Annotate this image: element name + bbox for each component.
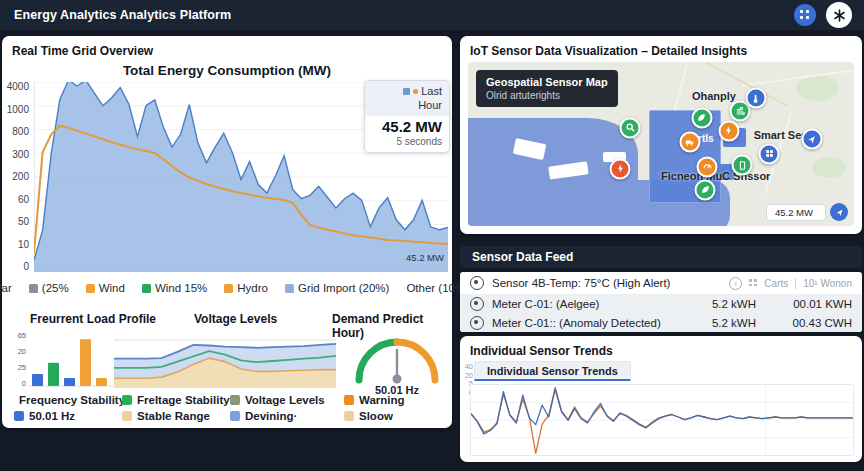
meter-icon bbox=[470, 316, 484, 330]
info-icon[interactable]: i bbox=[729, 277, 742, 290]
legend-label: Solar bbox=[0, 282, 12, 294]
legend-item[interactable]: Wind 15% bbox=[142, 282, 207, 294]
leaf-marker[interactable] bbox=[691, 107, 712, 128]
axis-tick: 800 bbox=[12, 127, 29, 137]
axis-tick: 200 bbox=[12, 172, 29, 182]
legend-item[interactable]: 50.01 Hz bbox=[14, 410, 122, 422]
meter-icon bbox=[470, 297, 484, 311]
voltage-levels-title: Voltage Levels bbox=[194, 312, 277, 326]
legend-item[interactable]: Stable Range bbox=[122, 410, 230, 422]
map-park bbox=[812, 157, 847, 178]
legend-swatch bbox=[230, 395, 240, 405]
overlay-subtitle: Olrid artuterights bbox=[486, 90, 608, 101]
orange-dot-icon bbox=[413, 89, 418, 94]
truck-marker[interactable] bbox=[679, 132, 700, 153]
map-label: Smart Sed bbox=[754, 129, 808, 141]
current-value-annotation: 45.2 MW bbox=[406, 252, 444, 263]
top-bar: Energy Analytics Analytics Platform bbox=[0, 0, 864, 30]
map-mw-readout[interactable]: 45.2 MW bbox=[766, 204, 826, 221]
grid-overview-panel: Real Time Grid Overview Total Energy Con… bbox=[2, 36, 452, 428]
legend-swatch bbox=[122, 411, 132, 421]
axis-tick: 0 bbox=[22, 380, 26, 388]
legend-label: (25% bbox=[42, 282, 69, 294]
legend-swatch bbox=[142, 284, 151, 293]
legend-item[interactable]: Grid Import (20%) bbox=[285, 282, 389, 294]
legend-swatch bbox=[344, 411, 354, 421]
legend-item[interactable]: Devining· bbox=[230, 410, 344, 422]
legend-item[interactable]: Frequency Stability bbox=[14, 394, 122, 406]
badge-window-1: Last bbox=[421, 85, 442, 99]
tab-individual-sensor-trends[interactable]: Individual Sensor Trends bbox=[474, 361, 631, 381]
legend-item[interactable]: Wind bbox=[86, 282, 125, 294]
divider bbox=[795, 278, 796, 289]
app-title: Energy Analytics Analytics Platform bbox=[14, 8, 231, 22]
bottom-legend: Frequency StabilityFreltage StabilityVol… bbox=[14, 394, 405, 422]
feed-row-label: Meter C-01:: (Anomaly Detected) bbox=[492, 317, 661, 329]
search-marker[interactable] bbox=[620, 117, 641, 138]
bar-chart-y-axis: 6520250 bbox=[8, 332, 29, 388]
thermo-marker[interactable] bbox=[745, 88, 766, 109]
axis-tick: 60 bbox=[18, 195, 29, 205]
feed-row-meter-1[interactable]: Meter C-01: (Aelgee) 5.2 kWH 00.01 KWH bbox=[460, 294, 862, 313]
legend-label: Frequency Stability bbox=[19, 394, 125, 406]
feed-row-kwh: 5.2 kWH bbox=[670, 317, 756, 329]
bolt-marker[interactable] bbox=[610, 158, 631, 179]
legend-label: Freltage Stability bbox=[137, 394, 230, 406]
feed-row-high-alert[interactable]: Sensor 4B-Temp: 75°C (High Alert) i Cart… bbox=[460, 272, 862, 294]
legend-label: 50.01 Hz bbox=[29, 410, 75, 422]
legend-item[interactable]: Warning bbox=[344, 394, 405, 406]
legend-label: Voltage Levels bbox=[245, 394, 325, 406]
phone-marker[interactable] bbox=[732, 155, 753, 176]
axis-tick: 40 bbox=[465, 363, 473, 371]
legend-swatch bbox=[224, 284, 233, 293]
send-icon bbox=[835, 208, 844, 217]
axis-tick: 20 bbox=[18, 348, 26, 356]
legend-swatch bbox=[29, 284, 38, 293]
legend-label: Hydro bbox=[237, 282, 268, 294]
legend-swatch bbox=[14, 411, 24, 421]
axis-tick: 65 bbox=[18, 332, 26, 340]
grid-marker[interactable] bbox=[759, 143, 780, 164]
meter-marker[interactable] bbox=[697, 156, 718, 177]
legend-label: Sloow bbox=[359, 410, 393, 422]
feed-row-meter-2[interactable]: Meter C-01:: (Anomaly Detected) 5.2 kWH … bbox=[460, 313, 862, 332]
voltage-levels-chart[interactable] bbox=[114, 334, 336, 388]
feed-row-label: Sensor 4B-Temp: 75°C (High Alert) bbox=[492, 277, 670, 289]
sensor-map[interactable]: Geospatial Sensor Map Olrid artuterights… bbox=[468, 62, 854, 226]
left-panel-title: Real Time Grid Overview bbox=[2, 36, 452, 58]
legend-item[interactable]: Solar bbox=[0, 282, 12, 294]
bolt-marker[interactable] bbox=[718, 120, 739, 141]
dashboard: Energy Analytics Analytics Platform Real… bbox=[0, 0, 864, 471]
iot-panel-title: IoT Sensor Data Visualization – Detailed… bbox=[460, 36, 862, 58]
axis-tick: 4000 bbox=[7, 82, 29, 92]
sensor-icon bbox=[470, 276, 484, 290]
map-mw-control: 45.2 MW bbox=[766, 203, 848, 221]
legend-item[interactable]: Freltage Stability bbox=[122, 394, 230, 406]
sensor-trends-panel: Individual Sensor Trends Individual Sens… bbox=[460, 336, 862, 462]
leaf-marker[interactable] bbox=[695, 179, 716, 200]
demand-gauge[interactable]: 50.01 Hz bbox=[346, 326, 448, 398]
main-chart-title: Total Energy Consumption (MW) bbox=[2, 63, 452, 78]
send-button[interactable] bbox=[830, 203, 848, 221]
legend-swatch bbox=[230, 411, 240, 421]
legend-item[interactable]: Voltage Levels bbox=[230, 394, 344, 406]
axis-tick: 0 bbox=[23, 262, 29, 272]
axis-tick: 50 bbox=[18, 217, 29, 227]
load-profile-chart[interactable] bbox=[29, 332, 113, 388]
nav-marker[interactable] bbox=[801, 129, 822, 150]
asterisk-icon[interactable] bbox=[826, 2, 852, 28]
feed-meta-wonon: 10¹ Wonon bbox=[803, 278, 852, 289]
apps-icon[interactable] bbox=[794, 4, 816, 26]
legend-item[interactable]: Hydro bbox=[224, 282, 268, 294]
feed-row-kwh-2: 00.43 CWH bbox=[756, 317, 852, 329]
asterisk-glyph bbox=[833, 9, 846, 22]
legend-item[interactable]: (25% bbox=[29, 282, 69, 294]
axis-tick: 1000 bbox=[7, 105, 29, 115]
legend-label: Wind 15% bbox=[155, 282, 207, 294]
load-profile-title: Freurrent Load Profile bbox=[30, 312, 156, 326]
overlay-title: Geospatial Sensor Map bbox=[486, 76, 608, 88]
badge-window-2: Hour bbox=[372, 99, 442, 113]
map-road bbox=[674, 63, 689, 111]
sensor-trends-chart[interactable] bbox=[470, 384, 854, 456]
legend-item[interactable]: Sloow bbox=[344, 410, 405, 422]
